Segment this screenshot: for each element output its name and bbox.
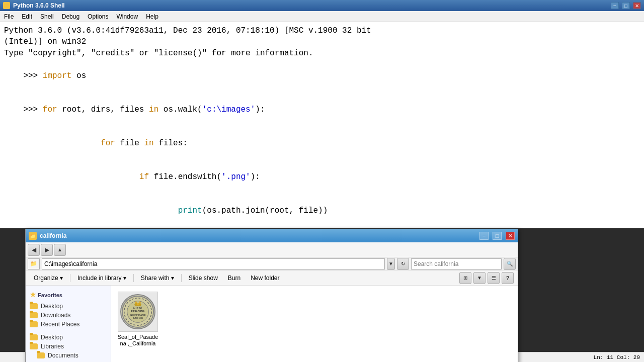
help-button[interactable]: ? <box>502 272 514 284</box>
menu-help[interactable]: Help <box>142 12 163 21</box>
file-name: Seal_of_Pasadena ,_California <box>117 334 158 347</box>
sidebar-label-downloads: Downloads <box>41 312 70 319</box>
walk-end: ): <box>255 105 265 114</box>
shell-code-line-1: >>> import os <box>4 59 640 93</box>
sidebar-item-documents[interactable]: Documents <box>28 351 109 360</box>
explorer-maximize-button[interactable]: □ <box>493 232 502 240</box>
view-dropdown-button[interactable]: ▼ <box>473 272 486 284</box>
shell-line-1: Python 3.6.0 (v3.6.0:41df79263a11, Dec 2… <box>4 25 640 36</box>
explorer-content: ★ Favorites Desktop Downloads Recent Pla… <box>26 286 518 362</box>
include-library-button[interactable]: Include in library ▾ <box>73 274 130 283</box>
folder-icon-downloads <box>30 312 38 318</box>
for-vars: root, dirs, files <box>57 105 149 114</box>
sidebar-section-desktop: Desktop Libraries Documents <box>28 333 109 360</box>
close-button[interactable]: ✕ <box>633 2 641 9</box>
menu-file[interactable]: File <box>0 12 18 21</box>
import-rest: os <box>71 71 86 80</box>
explorer-main-area: CITY OF PASADENA INCORPORATED JUNE 1886 … <box>111 286 518 362</box>
walk-path: 'c:\images' <box>202 105 256 114</box>
explorer-window-title: california <box>40 232 475 239</box>
address-go-button[interactable]: ▼ <box>387 258 395 270</box>
svg-text:CITY OF: CITY OF <box>133 307 142 309</box>
shell-code-line-2: >>> for root, dirs, files in os.walk('c:… <box>4 93 640 126</box>
folder-icon-desktop2 <box>30 334 38 340</box>
separator-2 <box>133 274 134 282</box>
shell-code-line-3: for file in files: <box>4 127 640 160</box>
explorer-titlebar: 📁 california − □ ✕ <box>26 229 518 242</box>
maximize-button[interactable]: □ <box>622 2 630 9</box>
share-with-button[interactable]: Share with ▾ <box>137 274 178 283</box>
window-title: Python 3.6.0 Shell <box>13 2 608 9</box>
view-list-button[interactable]: ☰ <box>488 272 500 284</box>
explorer-toolbar: ◀ ▶ ▲ <box>26 242 518 257</box>
sidebar-item-desktop[interactable]: Desktop <box>28 302 109 311</box>
svg-point-9 <box>139 302 141 304</box>
shell-line-3: Type "copyright", "credits" or "license(… <box>4 48 640 59</box>
indent-4 <box>23 172 139 182</box>
folder-icon-documents <box>37 352 45 358</box>
kw-for: for <box>43 105 57 114</box>
title-bar: Python 3.6.0 Shell − □ ✕ <box>0 0 644 11</box>
burn-button[interactable]: Burn <box>224 274 245 283</box>
prompt-1: >>> <box>23 71 42 80</box>
kw-import: import <box>43 71 72 80</box>
new-folder-button[interactable]: New folder <box>247 274 283 283</box>
menu-bar: File Edit Shell Debug Options Window Hel… <box>0 11 644 22</box>
seal-image: CITY OF PASADENA INCORPORATED JUNE 1886 <box>120 294 155 329</box>
file-thumbnail: CITY OF PASADENA INCORPORATED JUNE 1886 <box>118 292 158 332</box>
sidebar-label-desktop: Desktop <box>41 303 63 310</box>
menu-options[interactable]: Options <box>84 12 112 21</box>
menu-window[interactable]: Window <box>112 12 142 21</box>
address-input[interactable] <box>42 258 385 269</box>
refresh-button[interactable]: ↻ <box>397 258 409 270</box>
explorer-close-button[interactable]: ✕ <box>506 232 515 240</box>
if-end: ): <box>251 172 260 182</box>
view-icon-button[interactable]: ⊞ <box>459 272 471 284</box>
sidebar-label-desktop2: Desktop <box>41 334 63 341</box>
explorer-cmdbar: Organize ▾ Include in library ▾ Share wi… <box>26 270 518 286</box>
minimize-button[interactable]: − <box>611 2 619 9</box>
back-button[interactable]: ◀ <box>28 244 40 256</box>
folder-icon-libraries <box>30 343 38 349</box>
sidebar-item-downloads[interactable]: Downloads <box>28 311 109 320</box>
indent-5 <box>23 206 178 215</box>
folder-icon-recent <box>30 321 38 327</box>
menu-edit[interactable]: Edit <box>18 12 36 21</box>
up-button[interactable]: ▲ <box>54 244 66 256</box>
endswith-call: file.endswith( <box>149 172 221 182</box>
menu-debug[interactable]: Debug <box>58 12 84 21</box>
sidebar-item-libraries[interactable]: Libraries <box>28 342 109 351</box>
search-input[interactable] <box>411 258 502 269</box>
svg-point-8 <box>137 303 139 305</box>
explorer-sidebar: ★ Favorites Desktop Downloads Recent Pla… <box>26 286 111 362</box>
file-var: file <box>115 139 144 148</box>
kw-in: in <box>149 105 158 114</box>
organize-button[interactable]: Organize ▾ <box>30 274 67 283</box>
sidebar-item-recent[interactable]: Recent Places <box>28 320 109 329</box>
file-item-seal[interactable]: CITY OF PASADENA INCORPORATED JUNE 1886 … <box>115 290 160 349</box>
menu-shell[interactable]: Shell <box>36 12 58 21</box>
shell-area[interactable]: Python 3.6.0 (v3.6.0:41df79263a11, Dec 2… <box>0 22 644 228</box>
sidebar-item-desktop2[interactable]: Desktop <box>28 333 109 342</box>
folder-icon-desktop <box>30 303 38 309</box>
kw-for2: for <box>101 139 115 148</box>
slideshow-button[interactable]: Slide show <box>185 274 222 283</box>
shell-line-2: (Intel)] on win32 <box>4 36 640 47</box>
explorer-minimize-button[interactable]: − <box>479 232 489 240</box>
search-button[interactable]: 🔍 <box>504 258 516 270</box>
svg-text:INCORPORATED: INCORPORATED <box>130 314 145 316</box>
forward-button[interactable]: ▶ <box>41 244 53 256</box>
favorites-label: ★ Favorites <box>28 290 109 300</box>
print-func: print <box>178 206 202 215</box>
indent-3 <box>23 139 101 148</box>
separator-1 <box>70 274 70 282</box>
prompt-2: >>> <box>23 105 42 114</box>
svg-point-7 <box>135 302 137 304</box>
folder-icon-addr: 📁 <box>30 260 37 267</box>
svg-text:PASADENA: PASADENA <box>131 310 145 313</box>
separator-3 <box>181 274 182 282</box>
shell-code-line-4: if file.endswith('.png'): <box>4 160 640 194</box>
files-ref: files: <box>154 139 188 148</box>
svg-text:JUNE 1886: JUNE 1886 <box>133 317 143 319</box>
kw-if: if <box>139 172 149 182</box>
